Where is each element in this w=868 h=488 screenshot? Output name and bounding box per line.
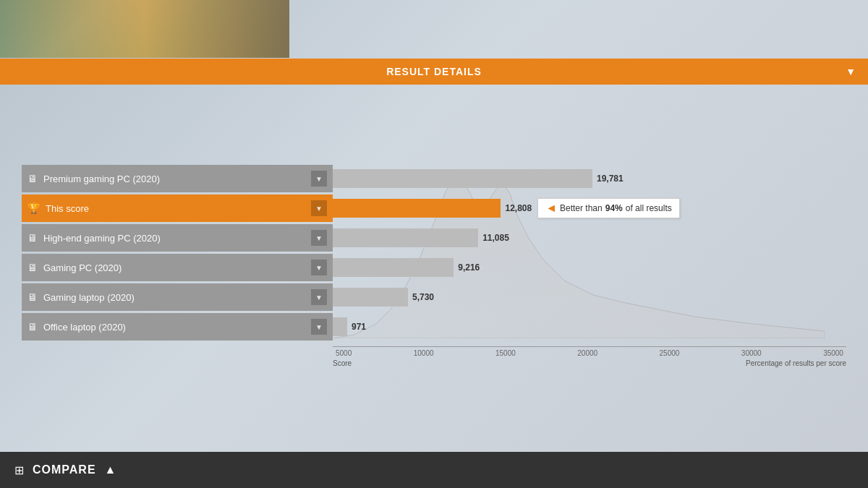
bar-fill [333,288,408,307]
benchmark-row: 🏆This score▼ [22,194,333,222]
bar-fill [333,317,347,336]
x-axis-label: 35000 [823,349,843,357]
x-axis-labels: 5000100001500020000250003000035000 [333,349,846,357]
dropdown-arrow-icon[interactable]: ▼ [311,260,327,275]
benchmark-label-text: Office laptop (2020) [43,322,305,333]
benchmark-label-text: This score [46,203,305,214]
x-axis-label: 25000 [660,349,680,357]
better-than-text: Better than [560,203,603,213]
dropdown-arrow-icon[interactable]: ▼ [311,230,327,246]
benchmark-label[interactable]: 🖥Office laptop (2020)▼ [22,313,333,341]
bar-row: 19,781 [333,165,846,192]
benchmark-label[interactable]: 🖥Gaming laptop (2020)▼ [22,283,333,311]
percentage-axis-label: Percentage of results per score [746,359,846,367]
result-details-label: RESULT DETAILS [386,66,482,77]
benchmark-label-text: Gaming laptop (2020) [43,292,305,303]
bar-fill [333,199,501,218]
benchmark-row: 🖥High-end gaming PC (2020)▼ [22,224,333,252]
dropdown-arrow-icon[interactable]: ▼ [311,289,327,305]
bar-fill [333,169,592,188]
benchmark-label-text: Gaming PC (2020) [43,262,305,273]
bar-fill [333,228,478,247]
score-axis-label: Score [333,359,352,367]
better-than-badge: ◄Better than 94% of all results [537,198,680,218]
better-than-percent: 94% [605,203,623,213]
benchmark-label-text: Premium gaming PC (2020) [43,174,305,184]
bar-row: 12,808◄Better than 94% of all results [333,194,846,222]
bar-value: 19,781 [597,174,624,184]
benchmark-rows: 🖥Premium gaming PC (2020)▼🏆This score▼🖥H… [22,165,333,367]
benchmark-row: 🖥Premium gaming PC (2020)▼ [22,165,333,192]
monitor-icon: 🖥 [27,291,38,303]
monitor-icon: 🖥 [27,262,38,273]
bar-row: 5,730 [333,283,846,311]
x-axis-label: 15000 [495,349,516,357]
compare-footer[interactable]: ⊞ COMPARE ▲ [0,452,868,488]
axis-section-labels: Score Percentage of results per score [333,359,846,367]
benchmark-row: 🖥Gaming PC (2020)▼ [22,254,333,281]
bar-value: 9,216 [458,262,480,273]
bar-value: 12,808 [505,203,532,213]
monitor-icon: 🖥 [27,232,38,244]
chevron-down-icon: ▼ [846,66,856,77]
benchmark-label[interactable]: 🖥Gaming PC (2020)▼ [22,254,333,281]
dropdown-arrow-icon[interactable]: ▼ [311,200,327,216]
dropdown-arrow-icon[interactable]: ▼ [311,319,327,335]
benchmark-label-text: High-end gaming PC (2020) [43,233,305,244]
x-axis-label: 30000 [741,349,762,357]
benchmark-label[interactable]: 🖥High-end gaming PC (2020)▼ [22,224,333,252]
trophy-icon: 🏆 [27,202,40,214]
benchmark-label[interactable]: 🏆This score▼ [22,194,333,222]
bar-row: 9,216 [333,254,846,281]
x-axis-label: 10000 [414,349,434,357]
compare-footer-icon: ⊞ [14,463,24,477]
bar-value: 5,730 [412,292,434,302]
monitor-icon: 🖥 [27,321,38,333]
game-image [0,0,289,58]
benchmark-row: 🖥Gaming laptop (2020)▼ [22,283,333,311]
bar-value: 11,085 [482,233,509,243]
better-than-suffix: of all results [626,203,672,213]
orange-arrow-icon: ◄ [545,202,557,215]
x-axis [333,346,846,347]
compare-footer-text: COMPARE [33,463,96,476]
result-details-bar[interactable]: RESULT DETAILS ▼ [0,59,868,85]
benchmark-chart-area: 🖥Premium gaming PC (2020)▼🏆This score▼🖥H… [22,165,846,367]
benchmark-label[interactable]: 🖥Premium gaming PC (2020)▼ [22,165,333,192]
bar-value: 971 [352,322,366,332]
bar-row: 971 [333,313,846,341]
x-axis-label: 20000 [577,349,597,357]
bar-fill [333,258,454,277]
chart-container: 19,78112,808◄Better than 94% of all resu… [333,165,846,367]
monitor-icon: 🖥 [27,173,38,184]
benchmark-row: 🖥Office laptop (2020)▼ [22,313,333,341]
compare-chevron-up-icon: ▲ [105,463,116,476]
x-axis-label: 5000 [336,349,352,357]
dropdown-arrow-icon[interactable]: ▼ [311,171,327,187]
bar-row: 11,085 [333,224,846,252]
